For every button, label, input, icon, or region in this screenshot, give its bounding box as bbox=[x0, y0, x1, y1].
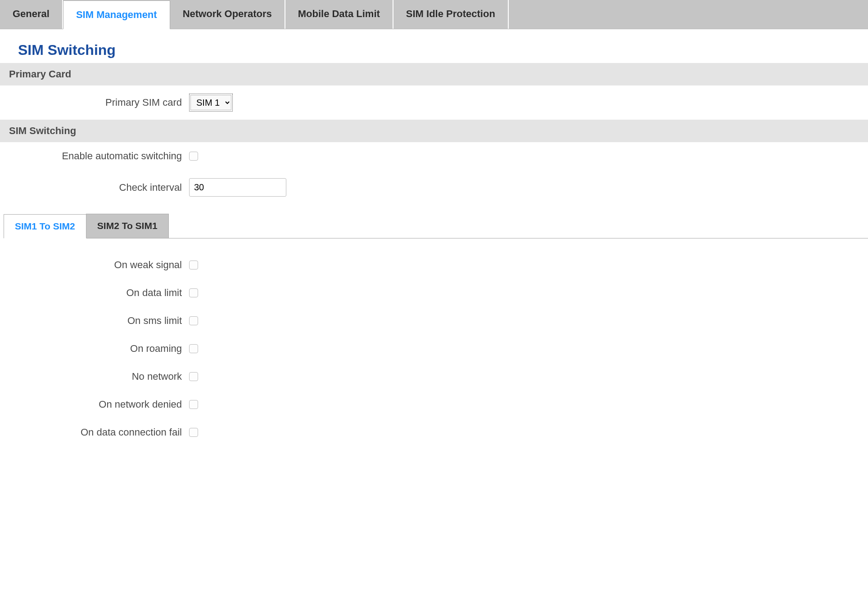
checkbox-on-roaming[interactable] bbox=[189, 344, 198, 353]
label-on-roaming: On roaming bbox=[0, 343, 189, 355]
section-sim-switching-header: SIM Switching bbox=[0, 120, 868, 142]
row-on-sms-limit: On sms limit bbox=[0, 307, 868, 335]
row-check-interval: Check interval bbox=[0, 170, 868, 205]
row-on-data-connection-fail: On data connection fail bbox=[0, 418, 868, 446]
subtab-sim2-to-sim1[interactable]: SIM2 To SIM1 bbox=[86, 214, 169, 238]
row-primary-sim: Primary SIM card SIM 1 bbox=[0, 85, 868, 120]
checkbox-on-data-limit[interactable] bbox=[189, 288, 198, 297]
select-wrap-primary-sim: SIM 1 bbox=[189, 94, 233, 112]
tab-sim-management[interactable]: SIM Management bbox=[63, 0, 170, 29]
row-on-weak-signal: On weak signal bbox=[0, 251, 868, 279]
row-on-network-denied: On network denied bbox=[0, 391, 868, 418]
sub-content: On weak signal On data limit On sms limi… bbox=[0, 238, 868, 446]
select-primary-sim[interactable]: SIM 1 bbox=[190, 95, 231, 110]
tab-general[interactable]: General bbox=[0, 0, 63, 29]
checkbox-on-data-connection-fail[interactable] bbox=[189, 428, 198, 437]
label-check-interval: Check interval bbox=[0, 182, 189, 193]
label-on-sms-limit: On sms limit bbox=[0, 315, 189, 327]
tab-sim-idle-protection[interactable]: SIM Idle Protection bbox=[393, 0, 509, 29]
row-enable-auto: Enable automatic switching bbox=[0, 142, 868, 170]
label-primary-sim: Primary SIM card bbox=[0, 97, 189, 108]
section-primary-card-header: Primary Card bbox=[0, 63, 868, 85]
checkbox-on-weak-signal[interactable] bbox=[189, 261, 198, 270]
row-no-network: No network bbox=[0, 363, 868, 391]
tab-mobile-data-limit[interactable]: Mobile Data Limit bbox=[285, 0, 393, 29]
checkbox-on-network-denied[interactable] bbox=[189, 400, 198, 409]
page-title: SIM Switching bbox=[0, 29, 868, 63]
checkbox-on-sms-limit[interactable] bbox=[189, 316, 198, 325]
label-no-network: No network bbox=[0, 371, 189, 382]
label-on-network-denied: On network denied bbox=[0, 399, 189, 410]
row-on-roaming: On roaming bbox=[0, 335, 868, 363]
label-on-data-limit: On data limit bbox=[0, 287, 189, 299]
checkbox-enable-auto[interactable] bbox=[189, 152, 198, 161]
label-on-data-connection-fail: On data connection fail bbox=[0, 427, 189, 438]
top-tabs: General SIM Management Network Operators… bbox=[0, 0, 868, 29]
label-enable-auto: Enable automatic switching bbox=[0, 150, 189, 162]
label-on-weak-signal: On weak signal bbox=[0, 259, 189, 271]
checkbox-no-network[interactable] bbox=[189, 372, 198, 381]
sub-tabs: SIM1 To SIM2 SIM2 To SIM1 bbox=[4, 214, 868, 238]
subtab-sim1-to-sim2[interactable]: SIM1 To SIM2 bbox=[4, 214, 86, 238]
row-on-data-limit: On data limit bbox=[0, 279, 868, 307]
input-check-interval[interactable] bbox=[189, 178, 286, 197]
tab-network-operators[interactable]: Network Operators bbox=[170, 0, 285, 29]
